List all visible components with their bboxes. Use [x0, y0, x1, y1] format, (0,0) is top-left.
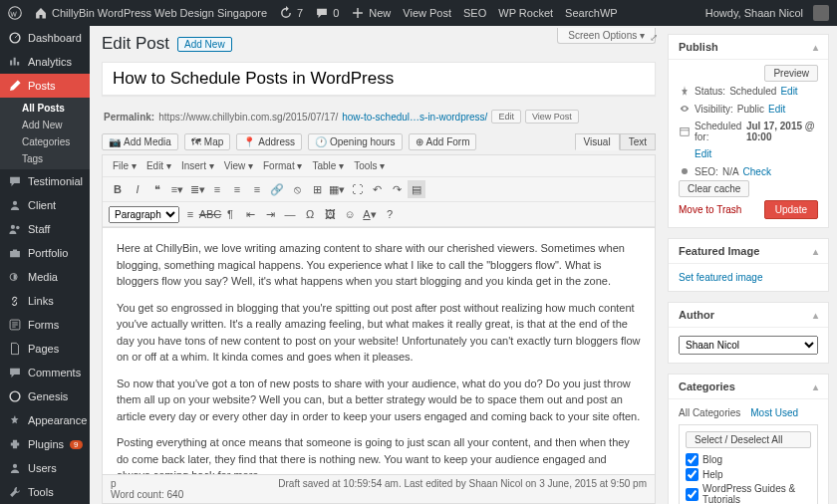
wp-logo[interactable]: [8, 6, 22, 20]
permalink-slug[interactable]: how-to-schedul…s-in-wordpress/: [342, 112, 487, 123]
distraction-free-icon[interactable]: ⤢: [650, 32, 658, 43]
table-icon[interactable]: ▦▾: [328, 180, 346, 198]
seo-link[interactable]: SEO: [463, 7, 486, 19]
menu-insert[interactable]: Insert ▾: [177, 158, 218, 173]
wp-rocket-link[interactable]: WP Rocket: [498, 7, 553, 19]
category-checkbox[interactable]: [686, 468, 698, 481]
sidebar-item-analytics[interactable]: Analytics: [0, 50, 90, 74]
sidebar-item-genesis[interactable]: Genesis: [0, 384, 90, 408]
tab-visual[interactable]: Visual: [575, 133, 620, 150]
submenu-categories[interactable]: Categories: [0, 133, 90, 150]
opening-hours-button[interactable]: 🕐 Opening hours: [308, 133, 403, 150]
submenu-add-new[interactable]: Add New: [0, 117, 90, 133]
tab-most-used[interactable]: Most Used: [750, 407, 798, 418]
number-list-icon[interactable]: ≣▾: [188, 180, 206, 198]
sidebar-item-users[interactable]: Users: [0, 456, 90, 480]
sidebar-item-links[interactable]: Links: [0, 289, 90, 313]
hr-icon[interactable]: —: [281, 205, 299, 223]
sidebar-item-portfolio[interactable]: Portfolio: [0, 241, 90, 265]
submenu-tags[interactable]: Tags: [0, 150, 90, 167]
category-item[interactable]: Help: [686, 467, 811, 482]
sidebar-item-testimonial[interactable]: Testimonial: [0, 169, 90, 193]
help-icon[interactable]: ?: [381, 205, 399, 223]
menu-format[interactable]: Format ▾: [259, 158, 306, 173]
new-content-link[interactable]: New: [351, 6, 391, 20]
set-featured-image-link[interactable]: Set featured image: [679, 272, 763, 283]
edit-status-link[interactable]: Edit: [780, 86, 797, 97]
move-to-trash-link[interactable]: Move to Trash: [679, 204, 741, 215]
add-media-button[interactable]: 📷 Add Media: [102, 133, 178, 150]
sidebar-item-appearance[interactable]: Appearance: [0, 408, 90, 432]
post-title-input[interactable]: [103, 63, 655, 95]
edit-slug-button[interactable]: Edit: [491, 110, 521, 124]
preview-button[interactable]: Preview: [764, 65, 818, 82]
image-icon[interactable]: 🖼: [321, 205, 339, 223]
category-item[interactable]: Blog: [686, 452, 811, 467]
add-new-button[interactable]: Add New: [177, 37, 232, 52]
align-right-icon[interactable]: ≡: [248, 180, 266, 198]
edit-schedule-link[interactable]: Edit: [695, 148, 711, 159]
view-post-link[interactable]: View Post: [403, 7, 451, 19]
indent-icon[interactable]: ⇥: [261, 205, 279, 223]
italic-icon[interactable]: I: [129, 180, 146, 198]
link-icon[interactable]: 🔗: [268, 180, 286, 198]
blockquote-icon[interactable]: ❝: [148, 180, 166, 198]
sidebar-item-forms[interactable]: Forms: [0, 313, 90, 337]
text-color-icon[interactable]: A▾: [361, 205, 379, 223]
toolbar-toggle-icon[interactable]: ▤: [408, 180, 425, 198]
view-post-button[interactable]: View Post: [525, 110, 579, 124]
updates-link[interactable]: 7: [279, 6, 303, 20]
category-checkbox[interactable]: [686, 453, 698, 466]
bullet-list-icon[interactable]: ≡▾: [168, 180, 186, 198]
align-center-icon[interactable]: ≡: [228, 180, 246, 198]
align-left-icon[interactable]: ≡: [208, 180, 226, 198]
emoji-icon[interactable]: ☺: [341, 205, 359, 223]
category-checkbox[interactable]: [686, 488, 698, 501]
more-icon[interactable]: ⊞: [308, 180, 326, 198]
map-button[interactable]: 🗺 Map: [184, 133, 230, 150]
sidebar-item-client[interactable]: Client: [0, 193, 90, 217]
publish-box-header[interactable]: Publish▴: [669, 35, 828, 60]
add-form-button[interactable]: ⊕ Add Form: [409, 133, 477, 150]
howdy-link[interactable]: Howdy, Shaan Nicol: [705, 7, 803, 19]
select-all-button[interactable]: Select / Deselect All: [686, 431, 811, 448]
sidebar-item-tools[interactable]: Tools: [0, 480, 90, 504]
seo-check-link[interactable]: Check: [743, 166, 771, 177]
menu-tools[interactable]: Tools ▾: [350, 158, 389, 173]
categories-header[interactable]: Categories▴: [669, 375, 828, 399]
menu-view[interactable]: View ▾: [220, 158, 257, 173]
sidebar-item-pages[interactable]: Pages: [0, 337, 90, 361]
comments-link[interactable]: 0: [315, 6, 339, 20]
author-header[interactable]: Author▴: [669, 303, 828, 328]
editor-body[interactable]: Here at ChillyBin, we love writing amazi…: [102, 227, 656, 475]
special-char-icon[interactable]: Ω: [301, 205, 319, 223]
sidebar-item-plugins[interactable]: Plugins9: [0, 432, 90, 456]
fullscreen-icon[interactable]: ⛶: [348, 180, 366, 198]
redo-icon[interactable]: ↷: [388, 180, 406, 198]
bold-icon[interactable]: B: [109, 180, 127, 198]
edit-visibility-link[interactable]: Edit: [768, 104, 785, 115]
tab-all-categories[interactable]: All Categories: [679, 407, 740, 418]
menu-file[interactable]: File ▾: [109, 158, 140, 173]
paragraph-select[interactable]: Paragraph: [109, 206, 179, 223]
screen-options-tab[interactable]: Screen Options ▾: [557, 28, 656, 44]
category-item[interactable]: WordPress Guides & Tutorials: [686, 482, 811, 504]
submenu-all-posts[interactable]: All Posts: [0, 100, 90, 117]
menu-edit[interactable]: Edit ▾: [142, 158, 175, 173]
sidebar-item-media[interactable]: Media: [0, 265, 90, 289]
sidebar-item-posts[interactable]: Posts: [0, 74, 90, 98]
featured-image-header[interactable]: Featured Image▴: [669, 239, 828, 264]
clear-cache-button[interactable]: Clear cache: [679, 180, 749, 197]
address-button[interactable]: 📍 Address: [236, 133, 302, 150]
sidebar-item-comments[interactable]: Comments: [0, 361, 90, 384]
justify-icon[interactable]: ≡: [181, 205, 199, 223]
author-select[interactable]: Shaan Nicol: [679, 336, 818, 355]
unlink-icon[interactable]: ⦸: [288, 180, 306, 198]
avatar[interactable]: [813, 5, 829, 21]
strike-icon[interactable]: ABC: [201, 205, 219, 223]
site-name-link[interactable]: ChillyBin WordPress Web Design Singapore: [34, 6, 267, 20]
undo-icon[interactable]: ↶: [368, 180, 386, 198]
tab-text[interactable]: Text: [620, 133, 656, 150]
outdent-icon[interactable]: ⇤: [241, 205, 259, 223]
sidebar-item-dashboard[interactable]: Dashboard: [0, 26, 90, 50]
